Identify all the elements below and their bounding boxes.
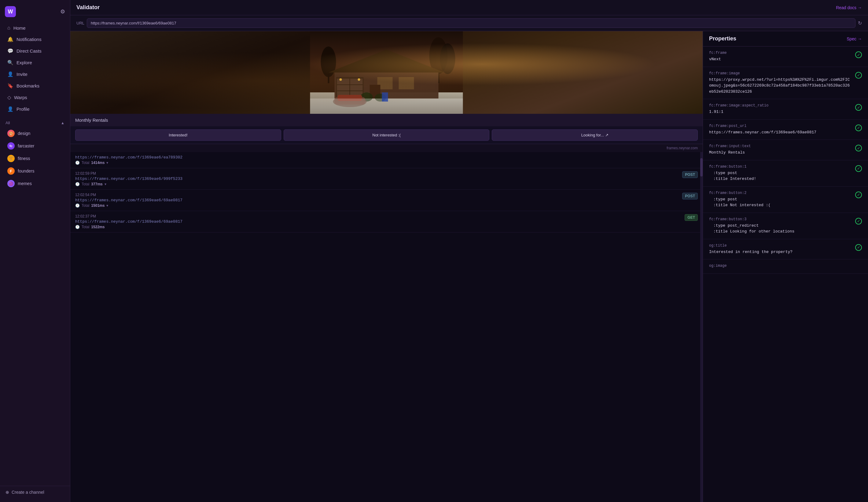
- scroll-thumb[interactable]: [700, 158, 703, 177]
- property-row-fc-frame: fc:frame vNext ✓: [703, 47, 868, 67]
- create-channel-button[interactable]: ⊕ Create a channel: [6, 490, 64, 495]
- check-icon: ✓: [855, 124, 862, 131]
- url-input[interactable]: [87, 18, 856, 28]
- property-row-og-title: og:title Interested in renting the prope…: [703, 239, 868, 260]
- sidebar-item-home[interactable]: ⌂ Home: [2, 22, 68, 33]
- sidebar-header: W ⚙: [0, 4, 70, 22]
- log-entry-row: 12:02:54 PM https://frames.neynar.com/f/…: [75, 193, 698, 208]
- sidebar-item-direct-casts[interactable]: 💬 Direct Casts: [2, 45, 68, 57]
- log-timing: 🕐 Total 1414ms ▾: [75, 161, 698, 165]
- property-content: fc:frame:post_url https://frames.neynar.…: [709, 124, 851, 135]
- url-bar: URL ↻: [70, 15, 868, 31]
- property-content: og:title Interested in renting the prope…: [709, 243, 851, 255]
- timing-value: 1414ms: [91, 161, 104, 165]
- channel-item-memes[interactable]: 🟣 memes: [2, 178, 68, 190]
- sidebar-item-explore[interactable]: 🔍 Explore: [2, 57, 68, 68]
- method-badge-post: POST: [682, 193, 698, 199]
- chevron-down-icon[interactable]: ▾: [104, 182, 106, 186]
- sidebar-item-profile[interactable]: 👤 Profile: [2, 103, 68, 115]
- property-value: Monthly Rentals: [709, 150, 851, 156]
- button1-title: :title Interested!: [709, 176, 851, 182]
- validator-header: Validator Read docs →: [70, 0, 868, 15]
- channel-avatar-farcaster: fc: [7, 142, 15, 150]
- frame-preview: Monthly Rentals Interested! Not interest…: [70, 31, 703, 502]
- log-url: https://frames.neynar.com/f/1369eae6/69a…: [75, 219, 682, 224]
- channels-header: All ▲: [0, 119, 70, 127]
- property-value: :type post_redirect :title Looking for o…: [709, 223, 851, 235]
- channels-section: All ▲ 🎨 design fc farcaster 🏋 fitness F …: [0, 115, 70, 190]
- property-row-og-image: og:image: [703, 259, 868, 274]
- profile-icon: 👤: [7, 106, 13, 112]
- settings-icon[interactable]: ⚙: [60, 8, 65, 15]
- property-value: :type post :title Interested!: [709, 170, 851, 182]
- chevron-up-icon[interactable]: ▲: [61, 121, 64, 125]
- frame-btn-not-interested[interactable]: Not interested :(: [283, 129, 489, 141]
- scroll-indicator: [700, 152, 703, 502]
- property-content: fc:frame:button:1 :type post :title Inte…: [709, 164, 851, 182]
- property-value: vNext: [709, 56, 851, 62]
- log-entry: 12:02:37 PM https://frames.neynar.com/f/…: [70, 211, 703, 232]
- sidebar-item-warps[interactable]: ◇ Warps: [2, 92, 68, 103]
- property-key: og:title: [709, 243, 851, 248]
- main-area: Validator Read docs → URL ↻: [70, 0, 868, 502]
- check-icon: ✓: [855, 145, 862, 151]
- clock-icon: 🕐: [75, 182, 80, 186]
- property-content: og:image: [709, 264, 862, 269]
- logo[interactable]: W: [5, 6, 16, 17]
- property-row-button-2: fc:frame:button:2 :type post :title Not …: [703, 187, 868, 213]
- property-key: fc:frame:button:2: [709, 191, 851, 195]
- channel-item-fitness[interactable]: 🏋 fitness: [2, 152, 68, 164]
- sidebar-item-notifications[interactable]: 🔔 Notifications: [2, 34, 68, 45]
- log-container: https://frames.neynar.com/f/1369eae6/ea7…: [70, 152, 703, 502]
- clock-icon: 🕐: [75, 225, 80, 229]
- log-meta: 12:02:59 PM https://frames.neynar.com/f/…: [75, 171, 680, 186]
- bell-icon: 🔔: [7, 37, 13, 42]
- refresh-button[interactable]: ↻: [858, 20, 862, 26]
- property-content: fc:frame:button:2 :type post :title Not …: [709, 191, 851, 208]
- property-value: 1.91:1: [709, 109, 851, 115]
- channel-item-design[interactable]: 🎨 design: [2, 127, 68, 140]
- log-time: 12:02:59 PM: [75, 171, 680, 175]
- property-key: fc:frame:button:3: [709, 217, 851, 221]
- property-key: fc:frame:image:aspect_ratio: [709, 103, 851, 108]
- frame-image-container: [70, 31, 703, 114]
- chevron-down-icon[interactable]: ▾: [106, 161, 108, 165]
- read-docs-link[interactable]: Read docs →: [836, 5, 862, 10]
- log-timing: 🕐 Total 1522ms: [75, 225, 682, 229]
- property-key: fc:frame:post_url: [709, 124, 851, 128]
- log-url: https://frames.neynar.com/f/1369eae6/ea7…: [75, 155, 698, 160]
- check-icon: ✓: [855, 104, 862, 111]
- property-content: fc:frame:input:text Monthly Rentals: [709, 144, 851, 156]
- property-value: https://frames.neynar.com/f/1369eae6/69a…: [709, 129, 851, 135]
- warps-icon: ◇: [7, 94, 11, 100]
- frame-btn-interested[interactable]: Interested!: [75, 129, 281, 141]
- sidebar-item-bookmarks[interactable]: 🔖 Bookmarks: [2, 80, 68, 91]
- check-icon: ✓: [855, 244, 862, 251]
- log-entry-row: 12:02:37 PM https://frames.neynar.com/f/…: [75, 214, 698, 229]
- button3-type: :type post_redirect: [709, 223, 851, 229]
- log-time: 12:02:37 PM: [75, 214, 682, 219]
- property-key: fc:frame: [709, 51, 851, 55]
- spec-link[interactable]: Spec →: [847, 37, 862, 41]
- button2-title: :title Not interested :(: [709, 202, 851, 208]
- chevron-down-icon[interactable]: ▾: [106, 203, 108, 208]
- main-nav: ⌂ Home 🔔 Notifications 💬 Direct Casts 🔍 …: [0, 22, 70, 115]
- check-icon: ✓: [855, 191, 862, 198]
- log-url: https://frames.neynar.com/f/1369eae6/999…: [75, 177, 680, 181]
- frame-btn-looking-for[interactable]: Looking for... ↗: [492, 129, 698, 141]
- property-row-input-text: fc:frame:input:text Monthly Rentals ✓: [703, 140, 868, 160]
- home-icon: ⌂: [7, 25, 10, 31]
- log-url: https://frames.neynar.com/f/1369eae6/69a…: [75, 198, 680, 202]
- validator-panel: Validator Read docs → URL ↻: [70, 0, 868, 502]
- validator-content: Monthly Rentals Interested! Not interest…: [70, 31, 868, 502]
- house-scene: [70, 31, 703, 114]
- channel-item-farcaster[interactable]: fc farcaster: [2, 140, 68, 152]
- log-timing: 🕐 Total 1501ms ▾: [75, 203, 680, 208]
- channel-item-founders[interactable]: F founders: [2, 165, 68, 177]
- sidebar-footer: ⊕ Create a channel: [0, 486, 70, 498]
- clock-icon: 🕐: [75, 203, 80, 208]
- sidebar-item-invite[interactable]: 👤 Invite: [2, 69, 68, 80]
- property-row-fc-frame-image: fc:frame:image https://proxy.wrpcd.net/?…: [703, 67, 868, 99]
- validator-title: Validator: [76, 4, 100, 11]
- chat-icon: 💬: [7, 48, 13, 54]
